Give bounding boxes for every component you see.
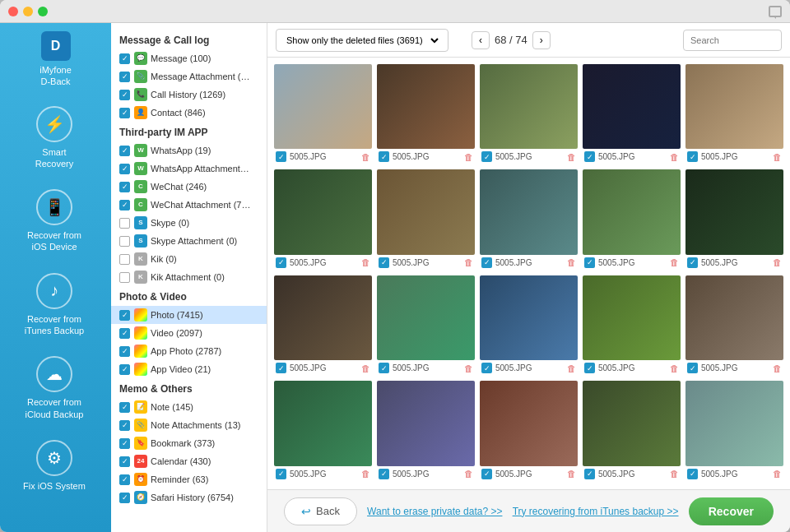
tree-item-message[interactable]: 💬 Message (100) <box>111 49 267 67</box>
photo-item[interactable]: 5005.JPG 🗑 <box>480 275 578 376</box>
photo-item[interactable]: 5005.JPG 🗑 <box>274 275 372 376</box>
checkbox-calendar[interactable] <box>119 456 130 467</box>
tree-item-skype-attach[interactable]: S Skype Attachment (0) <box>111 232 267 250</box>
checkbox-reminder[interactable] <box>119 474 130 485</box>
photo-delete-icon[interactable]: 🗑 <box>464 363 473 373</box>
photo-checkbox[interactable] <box>379 469 389 479</box>
tree-item-calendar[interactable]: 24 Calendar (430) <box>111 452 267 470</box>
photo-checkbox[interactable] <box>687 257 698 268</box>
filter-select-wrapper[interactable]: Show only the deleted files (3691) Show … <box>276 29 448 52</box>
tree-item-reminder[interactable]: ⏰ Reminder (63) <box>111 470 267 488</box>
checkbox-note-attach[interactable] <box>119 420 130 431</box>
photo-checkbox[interactable] <box>379 151 389 162</box>
sidebar-item-recover-itunes[interactable]: ♪ Recover fromiTunes Backup <box>0 263 111 347</box>
photo-checkbox[interactable] <box>276 363 286 373</box>
photo-thumbnail[interactable] <box>480 64 578 149</box>
checkbox-message[interactable] <box>119 53 130 64</box>
photo-thumbnail[interactable] <box>583 275 681 360</box>
tree-item-kik[interactable]: K Kik (0) <box>111 250 267 268</box>
photo-thumbnail[interactable] <box>583 381 681 465</box>
photo-checkbox[interactable] <box>584 363 595 373</box>
close-button[interactable] <box>8 7 18 16</box>
photo-delete-icon[interactable]: 🗑 <box>361 469 370 479</box>
photo-thumbnail[interactable] <box>480 275 578 360</box>
checkbox-bookmark[interactable] <box>119 438 130 449</box>
filter-select[interactable]: Show only the deleted files (3691) Show … <box>283 35 441 46</box>
tree-item-whatsapp-attach[interactable]: W WhatsApp Attachment… <box>111 160 267 178</box>
tree-item-video[interactable]: Video (2097) <box>111 324 267 342</box>
checkbox-safari[interactable] <box>119 493 130 503</box>
checkbox-wechat-attach[interactable] <box>119 200 130 210</box>
itunes-link[interactable]: Try recovering from iTunes backup >> <box>513 506 679 517</box>
photo-delete-icon[interactable]: 🗑 <box>773 469 782 479</box>
photo-checkbox[interactable] <box>481 363 492 373</box>
photo-checkbox[interactable] <box>687 469 698 479</box>
photo-checkbox[interactable] <box>481 469 492 479</box>
photo-checkbox[interactable] <box>379 257 389 268</box>
checkbox-whatsapp[interactable] <box>119 146 130 156</box>
photo-checkbox[interactable] <box>687 363 698 373</box>
tree-item-note[interactable]: 📝 Note (145) <box>111 398 267 416</box>
tree-item-wechat[interactable]: C WeChat (246) <box>111 178 267 196</box>
photo-delete-icon[interactable]: 🗑 <box>464 152 473 162</box>
photo-delete-icon[interactable]: 🗑 <box>464 257 473 267</box>
search-input[interactable] <box>683 30 782 51</box>
photo-thumbnail[interactable] <box>274 381 372 465</box>
photo-item[interactable]: 5005.JPG 🗑 <box>583 64 681 164</box>
checkbox-skype-attach[interactable] <box>119 236 130 247</box>
photo-thumbnail[interactable] <box>583 169 681 254</box>
tree-item-whatsapp[interactable]: W WhatsApp (19) <box>111 141 267 160</box>
photo-thumbnail[interactable] <box>274 169 372 254</box>
photo-item[interactable]: 5005.JPG 🗑 <box>480 169 578 270</box>
photo-item[interactable]: 5005.JPG 🗑 <box>685 169 783 270</box>
chat-icon[interactable] <box>769 6 782 17</box>
tree-item-kik-attach[interactable]: K Kik Attachment (0) <box>111 268 267 286</box>
photo-item[interactable]: 5005.JPG 🗑 <box>583 169 681 270</box>
photo-checkbox[interactable] <box>481 151 492 162</box>
photo-checkbox[interactable] <box>379 363 389 373</box>
checkbox-app-video[interactable] <box>119 364 130 375</box>
checkbox-message-attachment[interactable] <box>119 72 130 82</box>
photo-checkbox[interactable] <box>276 257 286 268</box>
sidebar-item-smart-recovery[interactable]: ⚡ SmartRecovery <box>0 96 111 180</box>
photo-checkbox[interactable] <box>584 257 595 268</box>
prev-page-button[interactable]: ‹ <box>472 31 490 49</box>
recover-button[interactable]: Recover <box>689 497 774 525</box>
photo-delete-icon[interactable]: 🗑 <box>773 363 782 373</box>
checkbox-kik-attach[interactable] <box>119 272 130 283</box>
checkbox-whatsapp-attach[interactable] <box>119 164 130 174</box>
photo-delete-icon[interactable]: 🗑 <box>670 363 679 373</box>
photo-thumbnail[interactable] <box>480 381 578 465</box>
photo-thumbnail[interactable] <box>377 381 475 465</box>
photo-delete-icon[interactable]: 🗑 <box>773 152 782 162</box>
checkbox-app-photo[interactable] <box>119 346 130 357</box>
photo-thumbnail[interactable] <box>377 275 475 360</box>
photo-item[interactable]: 5005.JPG 🗑 <box>583 275 681 376</box>
photo-delete-icon[interactable]: 🗑 <box>567 363 576 373</box>
photo-item[interactable]: 5005.JPG 🗑 <box>377 275 475 376</box>
photo-item[interactable]: 5005.JPG 🗑 <box>377 64 475 164</box>
photo-thumbnail[interactable] <box>583 64 681 149</box>
maximize-button[interactable] <box>38 7 48 16</box>
sidebar-item-recover-icloud[interactable]: ☁ Recover fromiCloud Backup <box>0 346 111 430</box>
photo-item[interactable]: 5005.JPG 🗑 <box>685 381 783 481</box>
tree-item-wechat-attach[interactable]: C WeChat Attachment (7… <box>111 196 267 214</box>
tree-item-app-video[interactable]: App Video (21) <box>111 360 267 378</box>
photo-item[interactable]: 5005.JPG 🗑 <box>480 381 578 481</box>
photo-delete-icon[interactable]: 🗑 <box>670 152 679 162</box>
tree-item-bookmark[interactable]: 🔖 Bookmark (373) <box>111 434 267 452</box>
sidebar-item-recover-ios[interactable]: 📱 Recover fromiOS Device <box>0 179 111 263</box>
photo-delete-icon[interactable]: 🗑 <box>361 257 370 267</box>
photo-delete-icon[interactable]: 🗑 <box>773 257 782 267</box>
photo-item[interactable]: 5005.JPG 🗑 <box>274 64 372 164</box>
checkbox-skype[interactable] <box>119 218 130 229</box>
photo-item[interactable]: 5005.JPG 🗑 <box>274 169 372 270</box>
photo-item[interactable]: 5005.JPG 🗑 <box>685 275 783 376</box>
photo-item[interactable]: 5005.JPG 🗑 <box>583 381 681 481</box>
photo-delete-icon[interactable]: 🗑 <box>361 152 370 162</box>
photo-item[interactable]: 5005.JPG 🗑 <box>377 169 475 270</box>
photo-thumbnail[interactable] <box>274 64 372 149</box>
tree-item-skype[interactable]: S Skype (0) <box>111 214 267 232</box>
minimize-button[interactable] <box>23 7 33 16</box>
sidebar-item-fix-ios[interactable]: ⚙ Fix iOS System <box>0 430 111 502</box>
